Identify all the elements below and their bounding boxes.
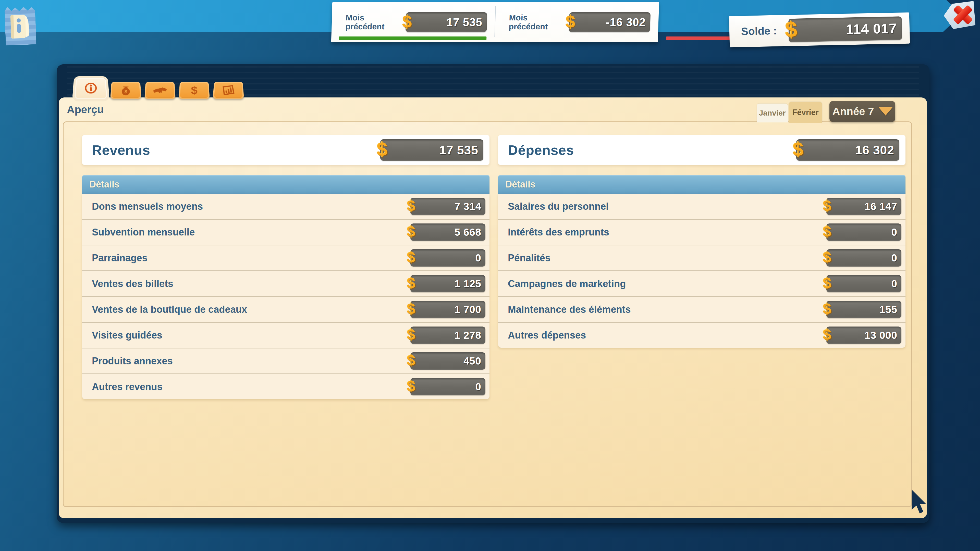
amount-pill: $ 1 700 [410, 301, 485, 318]
dollar-icon: $ [407, 197, 415, 214]
money-bag-icon: $ [119, 84, 133, 97]
tab-stats[interactable] [213, 82, 244, 99]
dollar-icon: $ [402, 11, 412, 32]
amount-pill: $ 450 [410, 352, 485, 370]
amount-pill: $ 0 [826, 224, 901, 241]
balance-banner: Solde : $ 114 017 [729, 13, 910, 48]
amount-pill: $ 1 278 [410, 327, 485, 344]
balance-value: 114 017 [846, 21, 897, 37]
close-icon [953, 6, 972, 24]
prev-income-value: 17 535 [446, 16, 483, 29]
tab-money[interactable]: $ [179, 82, 210, 99]
dollar-icon: $ [823, 248, 831, 266]
amount-pill: $ 0 [410, 249, 485, 267]
row-label: Visites guidées [92, 330, 162, 341]
dollar-icon: $ [377, 138, 387, 160]
amount-pill: $ 17 535 [406, 12, 487, 32]
tab-bar: $ $ [75, 76, 244, 99]
year-dropdown-label: Année 7 [832, 105, 874, 118]
dollar-icon: $ [823, 300, 831, 318]
row-label: Parrainages [92, 252, 148, 264]
income-row: Parrainages $ 0 [82, 245, 490, 270]
row-label: Intérêts des emprunts [508, 227, 609, 238]
dollar-icon: $ [823, 197, 831, 214]
row-value: 0 [476, 252, 481, 264]
amount-pill: $ 114 017 [788, 16, 902, 42]
prev-income-label: Mois précédent [345, 13, 404, 31]
income-row: Autres revenus $ 0 [82, 374, 490, 399]
dollar-icon: $ [187, 84, 201, 97]
finances-screen: Finances Mois précédent $ 17 535 Mois pr… [0, 0, 980, 551]
expense-row: Maintenance des éléments $ 155 [498, 297, 905, 322]
income-row: Ventes des billets $ 1 125 [82, 271, 490, 296]
amount-pill: $ 7 314 [410, 198, 485, 215]
handshake-icon [153, 84, 167, 97]
expenses-details-header: Détails [498, 175, 905, 194]
income-row: Subvention mensuelle $ 5 668 [82, 220, 490, 245]
row-value: 0 [476, 381, 481, 392]
tab-income[interactable]: $ [110, 82, 142, 99]
mouse-cursor [908, 489, 931, 517]
amount-pill: $ 0 [826, 275, 901, 292]
dollar-icon: $ [565, 11, 576, 32]
row-label: Maintenance des éléments [508, 304, 631, 315]
row-label: Salaires du personnel [508, 201, 609, 212]
expense-row: Autres dépenses $ 13 000 [498, 323, 905, 348]
income-row: Ventes de la boutique de cadeaux $ 1 700 [82, 297, 490, 322]
dollar-icon: $ [407, 351, 415, 369]
row-value: 155 [880, 304, 897, 315]
amount-pill: $ 0 [410, 378, 485, 395]
row-label: Autres dépenses [508, 330, 586, 341]
row-label: Ventes de la boutique de cadeaux [92, 304, 247, 315]
income-total: 17 535 [439, 143, 478, 157]
dollar-icon: $ [407, 326, 415, 343]
details-label: Détails [89, 179, 119, 190]
row-value: 5 668 [455, 227, 481, 238]
expenses-header-card: Dépenses $ 16 302 [498, 135, 905, 165]
bar-chart-icon [221, 84, 235, 97]
dollar-icon: $ [407, 377, 415, 395]
tab-deals[interactable] [145, 82, 176, 99]
amount-pill: $ 13 000 [826, 327, 901, 344]
income-title: Revenus [92, 142, 150, 158]
svg-text:$: $ [191, 84, 197, 97]
year-dropdown[interactable]: Année 7 [829, 101, 895, 122]
balance-label: Solde : [741, 25, 777, 38]
income-rows: Dons mensuels moyens $ 7 314 Subvention … [82, 194, 490, 399]
journal-book-icon [8, 12, 33, 41]
row-value: 16 147 [865, 201, 897, 212]
month-tab-janvier[interactable]: Janvier [757, 103, 788, 122]
expense-row: Intérêts des emprunts $ 0 [498, 220, 905, 245]
dollar-icon: $ [407, 248, 415, 266]
dollar-icon: $ [823, 326, 831, 343]
row-label: Subvention mensuelle [92, 227, 195, 238]
amount-pill: $ 16 147 [826, 198, 901, 215]
dollar-icon: $ [407, 300, 415, 318]
svg-text:$: $ [124, 89, 127, 94]
prev-month-income: Mois précédent $ 17 535 [331, 2, 496, 42]
income-row: Visites guidées $ 1 278 [82, 323, 490, 348]
row-value: 7 314 [455, 201, 481, 212]
section-title: Aperçu [67, 103, 104, 116]
income-row: Produits annexes $ 450 [82, 348, 490, 373]
row-value: 1 700 [455, 304, 481, 315]
amount-pill: $ 5 668 [410, 224, 485, 241]
income-column: Revenus $ 17 535 Détails Dons mensuels m… [82, 135, 490, 399]
amount-pill: $ 0 [826, 249, 901, 267]
details-label: Détails [505, 179, 535, 190]
prev-expense-label: Mois précédent [509, 13, 568, 31]
income-underline [339, 37, 487, 40]
row-value: 0 [891, 252, 897, 264]
tab-overview[interactable] [75, 78, 107, 99]
month-tab-fevrier[interactable]: Février [789, 102, 822, 123]
info-icon [84, 82, 98, 95]
amount-pill: $ -16 302 [569, 12, 651, 32]
finances-journal-icon [4, 6, 36, 45]
income-details-header: Détails [82, 175, 490, 194]
chevron-down-icon [879, 107, 892, 116]
dollar-icon: $ [407, 223, 415, 240]
expense-row: Campagnes de marketing $ 0 [498, 271, 905, 296]
dollar-icon: $ [793, 138, 803, 160]
row-label: Dons mensuels moyens [92, 201, 203, 212]
row-label: Ventes des billets [92, 278, 173, 289]
